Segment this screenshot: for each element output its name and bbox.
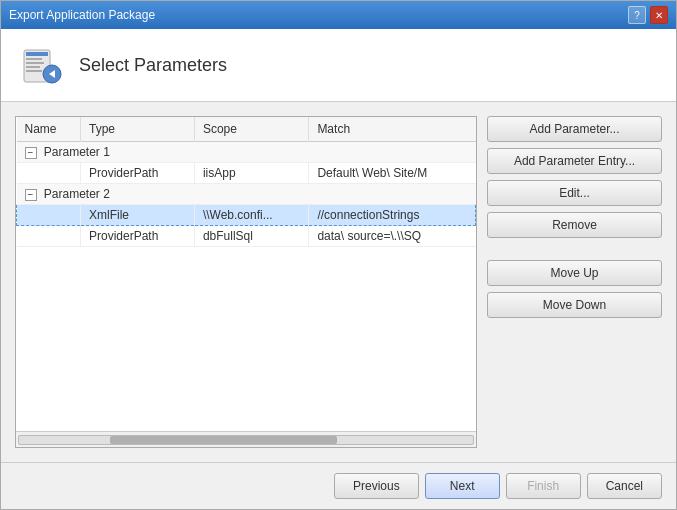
svg-rect-4 xyxy=(26,66,40,68)
cell-match: //connectionStrings xyxy=(309,205,476,226)
scrollbar-thumb[interactable] xyxy=(110,436,337,444)
cell-scope: \\Web.confi... xyxy=(194,205,308,226)
group-label: − Parameter 1 xyxy=(17,142,476,163)
content-area: Name Type Scope Match − Parameter 1 xyxy=(1,102,676,462)
cell-type: ProviderPath xyxy=(80,226,194,247)
expand-icon[interactable]: − xyxy=(25,147,37,159)
finish-button[interactable]: Finish xyxy=(506,473,581,499)
parameters-table-container: Name Type Scope Match − Parameter 1 xyxy=(15,116,477,448)
table-row[interactable]: ProviderPath dbFullSql data\ source=\.\\… xyxy=(17,226,476,247)
parameters-table: Name Type Scope Match − Parameter 1 xyxy=(16,117,476,247)
scrollbar-track[interactable] xyxy=(18,435,474,445)
col-match: Match xyxy=(309,117,476,142)
move-up-button[interactable]: Move Up xyxy=(487,260,662,286)
remove-button[interactable]: Remove xyxy=(487,212,662,238)
cell-name xyxy=(17,205,81,226)
cell-name xyxy=(17,226,81,247)
move-down-button[interactable]: Move Down xyxy=(487,292,662,318)
group-row[interactable]: − Parameter 1 xyxy=(17,142,476,163)
horizontal-scrollbar[interactable] xyxy=(16,431,476,447)
header-icon xyxy=(17,41,65,89)
button-spacer xyxy=(487,244,662,254)
cell-scope: iisApp xyxy=(194,163,308,184)
previous-button[interactable]: Previous xyxy=(334,473,419,499)
table-header-row: Name Type Scope Match xyxy=(17,117,476,142)
cell-type: ProviderPath xyxy=(80,163,194,184)
expand-icon[interactable]: − xyxy=(25,189,37,201)
table-row[interactable]: XmlFile \\Web.confi... //connectionStrin… xyxy=(17,205,476,226)
close-button[interactable]: ✕ xyxy=(650,6,668,24)
next-button[interactable]: Next xyxy=(425,473,500,499)
col-scope: Scope xyxy=(194,117,308,142)
table-row[interactable]: ProviderPath iisApp Default\ Web\ Site/M xyxy=(17,163,476,184)
svg-rect-3 xyxy=(26,62,44,64)
cancel-button[interactable]: Cancel xyxy=(587,473,662,499)
help-button[interactable]: ? xyxy=(628,6,646,24)
cell-match: data\ source=\.\\SQ xyxy=(309,226,476,247)
footer: Previous Next Finish Cancel xyxy=(1,462,676,509)
col-name: Name xyxy=(17,117,81,142)
window-title: Export Application Package xyxy=(9,8,155,22)
svg-rect-5 xyxy=(26,70,42,72)
action-buttons-panel: Add Parameter... Add Parameter Entry... … xyxy=(487,116,662,448)
group-label: − Parameter 2 xyxy=(17,184,476,205)
cell-scope: dbFullSql xyxy=(194,226,308,247)
header-area: Select Parameters xyxy=(1,29,676,102)
main-window: Export Application Package ? ✕ Select Pa… xyxy=(0,0,677,510)
cell-name xyxy=(17,163,81,184)
cell-type: XmlFile xyxy=(80,205,194,226)
svg-rect-2 xyxy=(26,58,42,60)
group-row[interactable]: − Parameter 2 xyxy=(17,184,476,205)
cell-match: Default\ Web\ Site/M xyxy=(309,163,476,184)
title-bar: Export Application Package ? ✕ xyxy=(1,1,676,29)
title-bar-controls: ? ✕ xyxy=(628,6,668,24)
page-title: Select Parameters xyxy=(79,55,227,76)
add-parameter-button[interactable]: Add Parameter... xyxy=(487,116,662,142)
svg-rect-1 xyxy=(26,52,48,56)
table-scroll[interactable]: Name Type Scope Match − Parameter 1 xyxy=(16,117,476,431)
add-parameter-entry-button[interactable]: Add Parameter Entry... xyxy=(487,148,662,174)
edit-button[interactable]: Edit... xyxy=(487,180,662,206)
col-type: Type xyxy=(80,117,194,142)
